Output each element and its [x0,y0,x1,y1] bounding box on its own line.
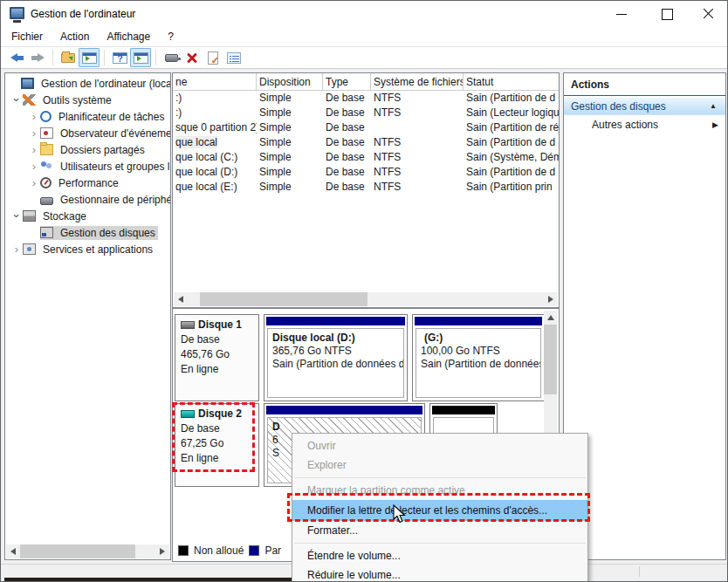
show-console-tree-icon[interactable] [79,48,100,67]
disk-management-icon [40,227,53,238]
expander-collapsed-icon[interactable]: › [28,127,40,140]
volume-list-horizontal-scrollbar[interactable] [174,292,558,306]
event-log-icon [40,127,53,139]
help-icon[interactable] [109,48,130,67]
primary-partition-bar [266,406,422,414]
clock-icon [40,111,52,122]
expander-collapsed-icon[interactable]: › [28,160,40,173]
expander-expanded-icon[interactable]: › [10,210,24,223]
close-button[interactable] [693,1,723,27]
column-header-statut[interactable]: Statut [464,73,559,91]
volume-row[interactable]: que local (D:)Simple De baseNTFS Sain (P… [173,165,559,180]
mouse-cursor [393,504,407,524]
column-header-disposition[interactable]: Disposition [257,73,323,91]
toolbar [1,46,727,69]
maximize-button[interactable] [652,1,682,27]
title-bar: Gestion de l'ordinateur [1,1,727,27]
menu-item-formater[interactable]: Formater... [292,521,587,540]
tree-item-gestion-des-disques[interactable]: Gestion des disques [5,224,170,241]
volume-row[interactable]: :)Simple De baseNTFS Sain (Lecteur logiq… [173,106,559,120]
volume-row[interactable]: que local (E:)Simple De baseNTFS Sain (P… [173,180,559,195]
column-header-type[interactable]: Type [323,73,371,91]
tree-item-dossiers-partages[interactable]: › Dossiers partagés [5,141,170,158]
annotation-rect-disk2 [172,402,255,472]
menu-item-reduire-volume[interactable]: Réduire le volume... [292,565,587,582]
performance-icon [40,177,52,188]
expander-collapsed-icon[interactable]: › [10,243,23,256]
tree-item-computer-management[interactable]: Gestion de l'ordinateur (local) [5,75,170,92]
computer-management-window: Gestion de l'ordinateur Fichier Action A… [0,0,728,582]
device-icon[interactable] [161,48,182,67]
collapse-up-icon[interactable]: ▲ [710,102,717,110]
menu-separator [294,477,586,478]
annotation-rect-menu-item [287,493,590,522]
column-header-systeme-fichiers[interactable]: Système de fichiers [371,73,464,91]
properties-doc-icon[interactable] [203,48,223,67]
menu-item-ouvrir[interactable]: Ouvrir [292,436,587,455]
minimize-button[interactable] [607,1,636,27]
toolbar-separator [52,50,53,65]
up-folder-icon[interactable] [58,48,79,67]
expander-expanded-icon[interactable]: › [10,94,24,106]
disk1-label-box[interactable]: Disque 1 De base 465,76 Go En ligne [175,314,259,401]
scrollbar-thumb[interactable] [544,325,557,394]
partition-d[interactable]: Disque local (D:) 365,76 Go NTFS Sain (P… [264,314,408,401]
legend-primary-label: Par [264,544,281,557]
users-icon [40,161,53,172]
submenu-right-icon: ▶ [712,120,718,129]
tree-item-services-applications[interactable]: › Services et applications [5,241,170,257]
volume-row[interactable]: que local (C:)Simple De baseNTFS Sain (S… [173,150,559,165]
window-bottom-edge [4,578,292,581]
volume-row[interactable]: sque 0 partition 2)Simple De base Sain (… [173,120,559,135]
tree-item-performance[interactable]: › Performance [5,175,170,191]
expander-collapsed-icon[interactable]: › [28,143,40,156]
scroll-left-icon[interactable] [174,292,188,306]
expander-collapsed-icon[interactable]: › [28,110,40,123]
computer-icon [21,78,34,89]
expander-collapsed-icon[interactable]: › [28,176,40,189]
scroll-left-icon[interactable] [6,544,20,558]
show-action-pane-icon[interactable] [130,48,151,67]
primary-partition-bar [415,317,542,325]
scrollbar-thumb[interactable] [20,544,135,558]
menu-action[interactable]: Action [60,29,98,45]
column-header-volume[interactable]: ne [173,73,257,91]
disk-icon [181,321,195,329]
tree-horizontal-scrollbar[interactable] [6,544,169,558]
tree-item-stockage[interactable]: › Stockage [5,208,170,224]
back-icon[interactable] [6,48,27,67]
device-manager-icon [40,197,53,205]
delete-icon[interactable] [182,48,203,67]
menu-item-etendre-volume[interactable]: Étendre le volume... [292,546,587,565]
scrollbar-thumb[interactable] [200,292,367,306]
menu-help[interactable]: ? [168,29,182,45]
partition-g[interactable]: (G:) 100,00 Go NTFS Sain (Partition de d… [412,314,545,401]
window-title: Gestion de l'ordinateur [31,8,135,20]
tree-item-outils-systeme[interactable]: › Outils système [5,92,170,108]
shared-folder-icon [40,144,53,155]
forward-icon[interactable] [27,48,48,67]
actions-item-autres-actions[interactable]: Autres actions ▶ [564,115,725,134]
console-tree-pane: Gestion de l'ordinateur (local) › Outils… [4,72,171,560]
menu-fichier[interactable]: Fichier [11,29,52,45]
menu-affichage[interactable]: Affichage [106,29,159,45]
legend-primary-swatch [249,545,259,556]
tree-item-planificateur[interactable]: › Planificateur de tâches [5,108,170,125]
list-pane-icon[interactable] [223,48,244,67]
tree-item-gestionnaire-peripheriques[interactable]: Gestionnaire de périphé [5,191,170,208]
storage-icon [23,210,36,222]
menu-item-explorer[interactable]: Explorer [292,455,587,475]
scroll-right-icon[interactable] [155,544,169,558]
legend-unallocated-swatch [178,545,189,556]
toolbar-separator [104,50,105,65]
scroll-right-icon[interactable] [544,292,558,306]
legend-unallocated-label: Non alloué [194,544,244,557]
services-icon [23,243,36,255]
volume-row[interactable]: :)Simple De baseNTFS Sain (Partition de … [173,91,559,106]
tree-item-utilisateurs[interactable]: › Utilisateurs et groupes l [5,158,170,175]
tree-item-observateur[interactable]: › Observateur d'événeme [5,125,170,141]
volume-row-selected[interactable]: que localSimple De baseNTFS Sain (Partit… [173,135,559,150]
scroll-up-icon[interactable] [544,311,558,325]
volume-list-header: ne Disposition Type Système de fichiers … [173,73,559,91]
actions-group-gestion-des-disques[interactable]: Gestion des disques ▲ [564,98,725,115]
